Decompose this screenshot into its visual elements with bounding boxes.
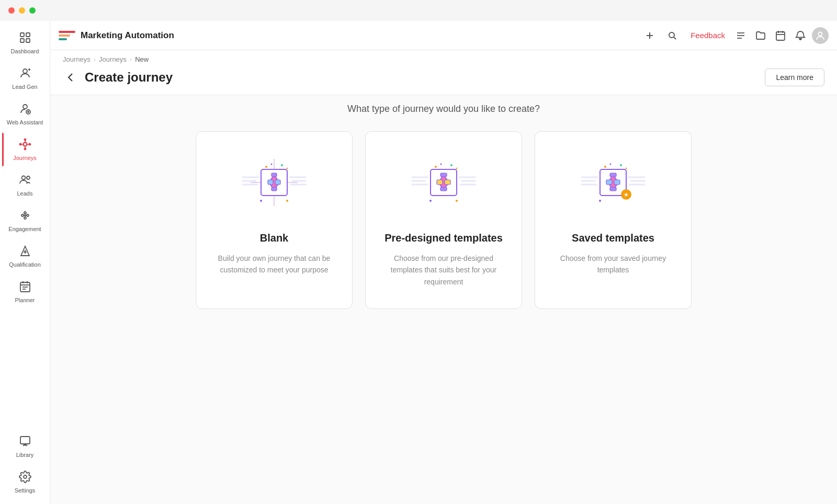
minimize-button[interactable] xyxy=(19,7,25,14)
sidebar-item-qualification[interactable]: Qualification xyxy=(2,239,48,273)
breadcrumb-sep-1: › xyxy=(94,55,96,63)
sidebar-label-web-assistant: Web Assistant xyxy=(7,119,43,125)
sidebar: Dashboard Lead Gen xyxy=(0,21,50,504)
svg-rect-65 xyxy=(272,187,277,191)
sidebar-item-planner[interactable]: Planner xyxy=(2,275,48,308)
search-button[interactable] xyxy=(664,28,680,43)
svg-point-84 xyxy=(435,166,437,168)
svg-rect-0 xyxy=(20,33,24,37)
predesigned-card-title: Pre-designed templates xyxy=(384,232,503,244)
breadcrumb-journeys-1[interactable]: Journeys xyxy=(63,55,91,63)
svg-rect-98 xyxy=(606,180,612,185)
svg-point-71 xyxy=(286,200,288,202)
predesigned-card[interactable]: Pre-designed templates Choose from our p… xyxy=(365,131,522,309)
list-icon-button[interactable] xyxy=(732,27,749,44)
svg-rect-3 xyxy=(26,39,30,42)
sidebar-item-library[interactable]: Library xyxy=(2,430,48,463)
dashboard-icon xyxy=(19,31,31,46)
predesigned-card-desc: Choose from our pre-designed templates t… xyxy=(378,253,509,288)
sidebar-label-settings: Settings xyxy=(15,487,36,494)
close-button[interactable] xyxy=(8,7,15,14)
logo-bar-2 xyxy=(59,35,70,37)
svg-point-104 xyxy=(604,166,606,168)
folder-button[interactable] xyxy=(752,27,769,44)
maximize-button[interactable] xyxy=(29,7,36,14)
library-icon xyxy=(19,435,31,450)
breadcrumb-sep-2: › xyxy=(130,55,132,63)
sidebar-label-dashboard: Dashboard xyxy=(11,48,39,54)
svg-point-87 xyxy=(456,168,458,169)
web-assistant-icon xyxy=(19,102,31,117)
svg-point-89 xyxy=(456,200,458,202)
svg-rect-45 xyxy=(776,32,785,40)
sidebar-item-engagement[interactable]: Engagement xyxy=(2,204,48,237)
svg-rect-99 xyxy=(614,180,620,185)
svg-line-41 xyxy=(674,37,676,39)
predesigned-card-icon-area xyxy=(402,148,485,222)
svg-rect-9 xyxy=(24,143,27,146)
sidebar-label-planner: Planner xyxy=(15,297,35,303)
saved-card-title: Saved templates xyxy=(572,232,654,244)
svg-rect-62 xyxy=(268,180,273,185)
sidebar-item-journeys[interactable]: Journeys xyxy=(2,133,48,166)
sidebar-item-leads[interactable]: Leads xyxy=(2,168,48,202)
user-avatar[interactable] xyxy=(812,27,829,44)
svg-rect-82 xyxy=(440,173,447,177)
saved-card-desc: Choose from your saved journey templates xyxy=(548,253,678,276)
journeys-icon xyxy=(19,138,31,153)
svg-point-70 xyxy=(260,200,262,202)
svg-point-49 xyxy=(819,32,822,36)
svg-point-19 xyxy=(27,176,30,179)
sidebar-label-qualification: Qualification xyxy=(9,261,41,268)
blank-card[interactable]: Blank Build your own journey that can be… xyxy=(196,131,353,309)
lead-gen-icon xyxy=(19,67,31,82)
leads-icon xyxy=(19,174,31,188)
svg-point-107 xyxy=(626,168,627,169)
svg-rect-80 xyxy=(437,180,443,185)
svg-point-66 xyxy=(265,166,267,168)
sidebar-label-library: Library xyxy=(16,452,34,458)
calendar-button[interactable] xyxy=(772,27,789,44)
settings-icon xyxy=(19,471,31,485)
svg-point-67 xyxy=(271,164,273,165)
back-button[interactable] xyxy=(63,70,78,85)
svg-rect-81 xyxy=(445,180,450,185)
sidebar-label-journeys: Journeys xyxy=(13,155,37,161)
breadcrumb-new: New xyxy=(135,55,149,63)
sidebar-item-web-assistant[interactable]: Web Assistant xyxy=(2,97,48,131)
logo-bar-3 xyxy=(59,38,67,40)
breadcrumb: Journeys › Journeys › New xyxy=(50,50,837,68)
svg-rect-2 xyxy=(20,39,24,42)
breadcrumb-journeys-2[interactable]: Journeys xyxy=(99,55,127,63)
feedback-link[interactable]: Feedback xyxy=(686,29,729,42)
svg-rect-100 xyxy=(610,173,616,177)
add-button[interactable] xyxy=(641,27,658,44)
notifications-button[interactable] xyxy=(792,27,809,44)
journey-cards-row: Blank Build your own journey that can be… xyxy=(196,131,692,309)
svg-point-40 xyxy=(669,32,674,38)
blank-card-icon-area xyxy=(232,148,316,222)
topnav-right: Feedback xyxy=(686,27,829,44)
svg-point-7 xyxy=(23,105,27,109)
sidebar-item-dashboard[interactable]: Dashboard xyxy=(2,26,48,60)
svg-point-105 xyxy=(610,164,612,165)
svg-point-108 xyxy=(599,200,601,202)
sidebar-item-settings[interactable]: Settings xyxy=(2,465,48,499)
sidebar-item-lead-gen[interactable]: Lead Gen xyxy=(2,62,48,95)
saved-card[interactable]: ★ Saved templates Choose from your saved… xyxy=(535,131,692,309)
app-logo: Marketing Automation xyxy=(59,27,635,44)
planner-icon xyxy=(19,280,31,295)
svg-text:★: ★ xyxy=(624,191,629,198)
svg-point-88 xyxy=(429,200,432,202)
svg-point-37 xyxy=(24,475,27,478)
journey-question: What type of journey would you like to c… xyxy=(347,104,540,114)
svg-rect-35 xyxy=(20,437,30,444)
svg-point-20 xyxy=(21,214,24,216)
logo-icon xyxy=(59,27,75,44)
svg-rect-63 xyxy=(275,180,280,185)
app-name: Marketing Automation xyxy=(81,30,174,41)
svg-point-69 xyxy=(287,168,288,169)
main-content: Marketing Automation Feedback xyxy=(50,21,837,504)
learn-more-button[interactable]: Learn more xyxy=(765,68,824,86)
svg-point-86 xyxy=(450,164,453,166)
